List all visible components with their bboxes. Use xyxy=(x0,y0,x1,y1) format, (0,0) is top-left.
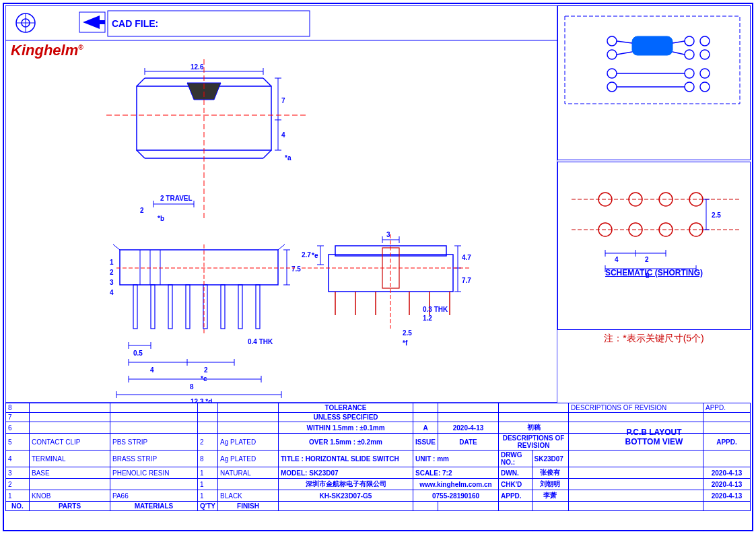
table-row-6: 6 WITHIN 1.5mm : ±0.1mm A 2020-4-13 初稿 xyxy=(6,422,751,434)
cell-no-4: 4 xyxy=(6,450,30,467)
cell-d1-a xyxy=(569,490,703,502)
cell-qty-7 xyxy=(198,413,218,422)
col-empty6 xyxy=(569,502,703,511)
cell-parts-1: KNOB xyxy=(30,490,110,502)
cell-initial-6: 初稿 xyxy=(499,422,569,434)
svg-text:2.5: 2.5 xyxy=(712,211,721,219)
table-row-2: 2 1 深圳市金航标电子有限公司 www.kinghelm.com.cn CHK… xyxy=(6,479,751,490)
cell-dwn-date: 2020-4-13 xyxy=(703,467,751,479)
col-empty5 xyxy=(532,502,568,511)
cell-finish-5: Ag PLATED xyxy=(218,434,279,450)
cell-date-lbl-5: DATE xyxy=(438,434,499,450)
svg-line-122 xyxy=(617,41,632,43)
cell-no-2: 2 xyxy=(6,479,30,490)
cell-website: www.kinghelm.com.cn xyxy=(413,479,499,490)
col-no: NO. xyxy=(6,502,30,511)
cell-no-7: 7 xyxy=(6,413,30,422)
table-row-4: 4 TERMINAL BRASS STRIP 8 Ag PLATED TITLE… xyxy=(6,450,751,467)
svg-rect-114 xyxy=(565,16,740,104)
svg-text:2  TRAVEL: 2 TRAVEL xyxy=(160,195,193,202)
cell-mat-1: PA66 xyxy=(110,490,198,502)
svg-rect-54 xyxy=(238,285,242,329)
cell-drwg-lbl: DRWG NO.: xyxy=(499,450,532,467)
cell-d4-a xyxy=(569,450,703,467)
cell-mat-2 xyxy=(110,479,198,490)
svg-text:0.4  THK: 0.4 THK xyxy=(248,338,273,345)
cell-desc-lbl-5: DESCRIPTIONS OF REVISION xyxy=(499,434,569,450)
cell-rev-6: A xyxy=(413,422,438,434)
cell-scale-lbl: SCALE: 7:2 xyxy=(413,467,499,479)
cell-a-8 xyxy=(413,403,438,413)
svg-text:8: 8 xyxy=(646,272,650,279)
cell-chkd-lbl: CHK'D xyxy=(499,479,532,490)
svg-text:0.3  THK: 0.3 THK xyxy=(423,306,448,313)
logo-reg: ® xyxy=(78,44,83,51)
svg-text:8: 8 xyxy=(190,383,194,391)
cell-parts-8 xyxy=(30,403,110,413)
cell-unit-lbl: UNIT : mm xyxy=(413,450,499,467)
svg-text:4: 4 xyxy=(615,256,619,263)
logo-brand: Kinghelm xyxy=(11,42,78,59)
svg-point-118 xyxy=(685,36,694,46)
svg-text:2.5: 2.5 xyxy=(403,329,412,337)
svg-rect-50 xyxy=(168,285,172,329)
svg-line-123 xyxy=(617,52,632,55)
cell-mat-6 xyxy=(110,422,198,434)
col-finish: FINISH xyxy=(218,502,279,511)
svg-text:*b: *b xyxy=(158,215,164,222)
col-empty7 xyxy=(703,502,751,511)
cell-desc-6 xyxy=(569,422,703,434)
cell-parts-4: TERMINAL xyxy=(30,450,110,467)
svg-line-125 xyxy=(673,52,685,55)
cell-b-7 xyxy=(438,413,499,422)
svg-line-44 xyxy=(278,244,285,250)
svg-rect-51 xyxy=(186,285,190,329)
table-row-3: 3 BASE PHENOLIC RESIN 1 NATURAL MODEL: S… xyxy=(6,467,751,479)
bottom-table: 8 TOLERANCE DESCRIPTIONS OF REVISION APP… xyxy=(5,403,751,511)
svg-rect-48 xyxy=(133,285,137,329)
cell-finish-3: NATURAL xyxy=(218,467,279,479)
svg-point-126 xyxy=(607,69,617,78)
table-row-7: 7 UNLESS SPECIFIED xyxy=(6,413,751,422)
svg-text:2: 2 xyxy=(204,366,208,374)
cell-partno: KH-SK23D07-G5 xyxy=(279,490,413,502)
logo-area: Kinghelm® xyxy=(8,42,86,59)
cell-issue-5: ISSUE xyxy=(413,434,438,450)
cell-parts-3: BASE xyxy=(30,467,110,479)
cell-mat-7 xyxy=(110,413,198,422)
cell-appd-6 xyxy=(703,422,751,434)
svg-text:4: 4 xyxy=(110,289,114,296)
cell-date-6: 2020-4-13 xyxy=(438,422,499,434)
cell-model-lbl: MODEL: SK23D07 xyxy=(279,467,413,479)
svg-marker-7 xyxy=(83,15,105,29)
cell-d3-a xyxy=(569,467,703,479)
cell-d2-a xyxy=(569,479,703,490)
svg-point-120 xyxy=(685,50,694,59)
svg-text:4: 4 xyxy=(150,366,154,374)
chinese-note: 注：*表示关键尺寸(5个) xyxy=(557,333,751,345)
svg-text:*a: *a xyxy=(285,154,291,162)
table-row-8: 8 TOLERANCE DESCRIPTIONS OF REVISION APP… xyxy=(6,403,751,413)
cell-finish-7 xyxy=(218,413,279,422)
cell-qty-3: 1 xyxy=(198,467,218,479)
cell-no-3: 3 xyxy=(6,467,30,479)
svg-rect-0 xyxy=(5,5,557,403)
cell-dwn-val: 张俊有 xyxy=(532,467,568,479)
svg-line-11 xyxy=(137,78,145,86)
svg-point-121 xyxy=(700,50,710,59)
svg-point-128 xyxy=(685,69,694,78)
cell-parts-6 xyxy=(30,422,110,434)
cell-desc-5 xyxy=(569,434,703,450)
cell-b-8 xyxy=(438,403,499,413)
cell-qty-5: 2 xyxy=(198,434,218,450)
table-row-1: 1 KNOB PA66 1 BLACK KH-SK23D07-G5 0755-2… xyxy=(6,490,751,502)
drawing-area: CAD FILE: 12.6 7 4 *a 2 TRAVEL 2 *b 1 2 … xyxy=(5,5,557,403)
cell-appd-7 xyxy=(703,413,751,422)
svg-text:2: 2 xyxy=(645,256,649,263)
svg-point-117 xyxy=(607,50,617,59)
col-empty2 xyxy=(413,502,438,511)
svg-rect-49 xyxy=(151,285,155,329)
cell-company-zh: 深圳市金航标电子有限公司 xyxy=(279,479,413,490)
svg-line-43 xyxy=(113,244,120,250)
svg-text:12.6: 12.6 xyxy=(191,63,204,71)
